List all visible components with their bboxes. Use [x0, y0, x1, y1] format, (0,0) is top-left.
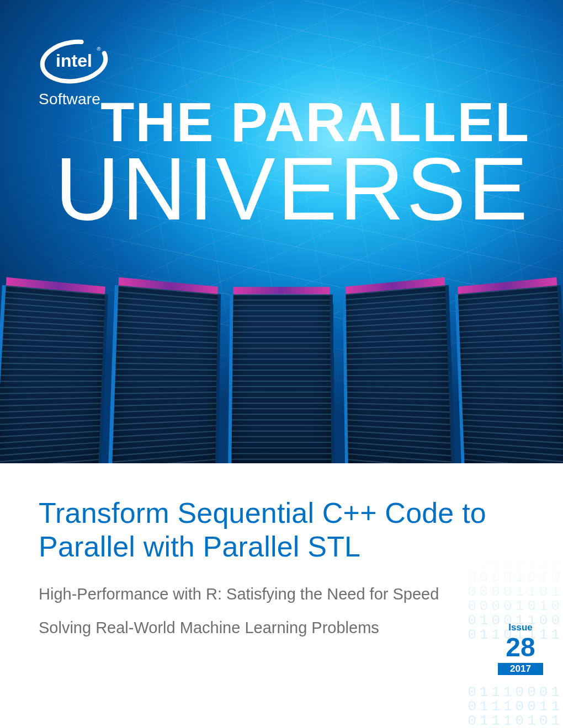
server-rack — [108, 285, 220, 463]
server-rack — [343, 285, 455, 463]
issue-number: 28 — [498, 634, 543, 661]
server-racks-illustration — [0, 295, 563, 463]
issue-label: Issue — [498, 622, 543, 633]
cover-subhead-1: High-Performance with R: Satisfying the … — [39, 585, 524, 603]
issue-badge: Issue 28 2017 — [498, 622, 543, 675]
server-rack — [228, 295, 334, 463]
cover-headline: Transform Sequential C++ Code to Paralle… — [39, 496, 491, 564]
magazine-title: THE PARALLEL UNIVERSE — [55, 97, 530, 229]
server-rack — [455, 285, 563, 463]
registered-mark: ® — [97, 46, 101, 52]
title-line2: UNIVERSE — [55, 147, 530, 229]
intel-wordmark: intel — [56, 51, 92, 71]
cover-lower-panel: 0000110 00001010 00001101 00001010 01001… — [0, 463, 563, 728]
cover-subhead-2: Solving Real-World Machine Learning Prob… — [39, 619, 524, 637]
server-rack — [0, 285, 108, 463]
intel-logo-icon: intel ® — [39, 39, 109, 87]
magazine-cover: intel ® Software THE PARALLEL UNIVERSE 0… — [0, 0, 563, 728]
hero-art: intel ® Software THE PARALLEL UNIVERSE — [0, 0, 563, 463]
issue-year: 2017 — [498, 663, 543, 675]
